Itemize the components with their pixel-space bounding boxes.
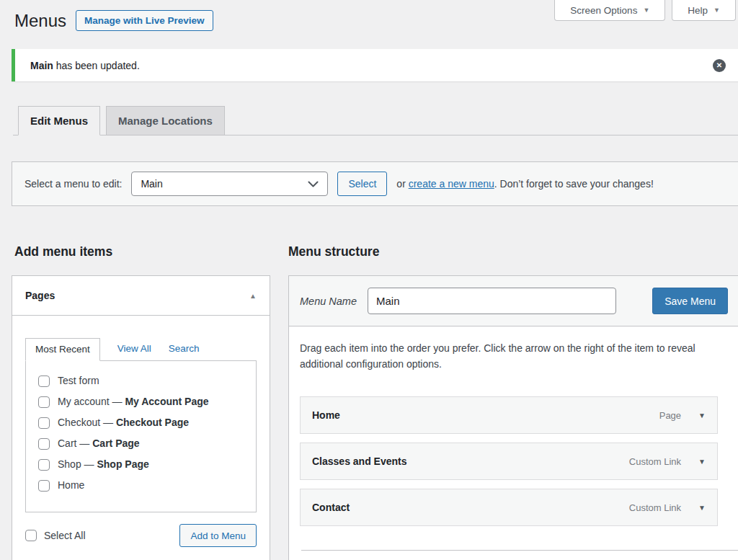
- menu-item-contact[interactable]: Contact Custom Link ▼: [300, 489, 718, 526]
- menu-item-title: Contact: [312, 502, 350, 513]
- tab-most-recent[interactable]: Most Recent: [25, 338, 100, 361]
- page-title: Menus: [14, 11, 66, 31]
- page-label: My account — My Account Page: [58, 394, 209, 409]
- page-label-bold: Checkout Page: [116, 417, 189, 428]
- pages-panel: Pages ▲ Most Recent View All Search Test…: [12, 275, 270, 560]
- pages-quick-tabs: Most Recent View All Search: [25, 338, 257, 360]
- menu-structure-header: Menu Name Save Menu: [289, 276, 738, 326]
- chevron-down-icon: ▼: [643, 6, 649, 14]
- tab-manage-locations[interactable]: Manage Locations: [106, 106, 225, 135]
- menu-items-list: Home Page ▼ Classes and Events Custom Li…: [300, 396, 728, 526]
- pages-panel-body: Most Recent View All Search Test form My…: [12, 316, 270, 547]
- list-item: Cart — Cart Page: [26, 433, 256, 454]
- expand-item-icon[interactable]: ▼: [698, 458, 706, 466]
- help-label: Help: [688, 5, 708, 16]
- page-label: Home: [58, 478, 84, 493]
- page-label-text: Checkout —: [58, 417, 116, 428]
- page-label-text: Test form: [58, 375, 99, 386]
- list-item: Test form: [26, 370, 256, 391]
- save-menu-button[interactable]: Save Menu: [652, 288, 728, 314]
- page-label-text: Home: [58, 479, 84, 491]
- page-header: Menus Manage with Live Preview: [14, 10, 213, 31]
- pages-panel-header[interactable]: Pages ▲: [12, 276, 270, 316]
- notice-text: has been updated.: [53, 60, 140, 71]
- page-label: Checkout — Checkout Page: [58, 415, 189, 430]
- select-button[interactable]: Select: [337, 172, 387, 196]
- page-label-text: Shop —: [58, 458, 97, 470]
- page-label: Test form: [58, 373, 99, 388]
- notice-menu-name: Main: [30, 60, 53, 71]
- page-checkbox[interactable]: [38, 396, 50, 408]
- menu-item-home[interactable]: Home Page ▼: [300, 396, 718, 434]
- page-label-text: My account —: [58, 396, 125, 407]
- list-item: Checkout — Checkout Page: [26, 412, 256, 433]
- menu-select-dropdown[interactable]: Main: [131, 172, 328, 196]
- expand-item-icon[interactable]: ▼: [698, 504, 706, 512]
- menu-item-type: Page: [659, 410, 681, 421]
- page-label-bold: My Account Page: [125, 396, 208, 407]
- pages-panel-title: Pages: [25, 290, 55, 301]
- manage-live-preview-button[interactable]: Manage with Live Preview: [76, 10, 213, 31]
- save-reminder-text: . Don’t forget to save your changes!: [494, 178, 654, 190]
- page-checkbox[interactable]: [38, 417, 50, 429]
- help-button[interactable]: Help ▼: [672, 0, 736, 21]
- add-menu-items-heading: Add menu items: [14, 244, 112, 259]
- screen-options-label: Screen Options: [570, 5, 637, 16]
- select-menu-label: Select a menu to edit:: [25, 178, 122, 190]
- select-all-label: Select All: [44, 530, 86, 541]
- menu-item-title: Classes and Events: [312, 455, 407, 467]
- collapse-panel-icon[interactable]: ▲: [249, 292, 257, 300]
- menu-name-label: Menu Name: [300, 295, 357, 307]
- page-label-text: Cart —: [58, 437, 92, 449]
- page-label: Cart — Cart Page: [58, 436, 140, 451]
- select-all-checkbox[interactable]: [25, 530, 37, 541]
- manage-menus-bar: Select a menu to edit: Main Select or cr…: [12, 161, 738, 206]
- pages-panel-footer: Select All Add to Menu: [25, 524, 257, 547]
- screen-options-button[interactable]: Screen Options ▼: [554, 0, 665, 21]
- notice-message: Main has been updated.: [30, 60, 140, 71]
- pages-checklist: Test form My account — My Account Page C…: [25, 360, 257, 512]
- add-to-menu-button[interactable]: Add to Menu: [179, 524, 257, 547]
- dismiss-notice-icon[interactable]: ✕: [713, 59, 726, 72]
- tab-edit-menus[interactable]: Edit Menus: [18, 106, 100, 135]
- menu-structure-panel: Menu Name Save Menu Drag each item into …: [288, 275, 738, 560]
- update-notice: Main has been updated. ✕: [12, 49, 738, 81]
- create-new-menu-link[interactable]: create a new menu: [409, 178, 494, 190]
- page-label-bold: Cart Page: [92, 437, 139, 449]
- menu-item-title: Home: [312, 409, 340, 421]
- page-checkbox[interactable]: [38, 375, 50, 387]
- menu-name-input[interactable]: [368, 288, 616, 314]
- chevron-down-icon: ▼: [713, 6, 720, 14]
- menu-structure-heading: Menu structure: [288, 244, 379, 259]
- menu-select-value: Main: [141, 178, 162, 190]
- page-checkbox[interactable]: [38, 480, 50, 492]
- create-menu-text: or create a new menu. Don’t forget to sa…: [396, 178, 653, 190]
- page-label-bold: Shop Page: [97, 458, 148, 470]
- tab-search[interactable]: Search: [169, 343, 200, 360]
- list-item: My account — My Account Page: [26, 391, 256, 412]
- list-item: Home: [26, 475, 256, 496]
- or-prefix: or: [396, 178, 408, 190]
- menu-settings-divider: [301, 550, 738, 551]
- expand-item-icon[interactable]: ▼: [698, 412, 706, 419]
- menu-item-type: Custom Link: [629, 456, 681, 467]
- tab-view-all[interactable]: View All: [117, 343, 151, 360]
- nav-tabs: Edit Menus Manage Locations: [13, 106, 738, 135]
- drag-instructions: Drag each item into the order you prefer…: [300, 341, 728, 372]
- menu-structure-body: Drag each item into the order you prefer…: [289, 326, 738, 551]
- list-item: Shop — Shop Page: [26, 454, 256, 475]
- menu-item-type: Custom Link: [629, 502, 681, 513]
- menu-item-classes-and-events[interactable]: Classes and Events Custom Link ▼: [300, 443, 718, 480]
- chevron-down-icon: [308, 181, 319, 187]
- page-checkbox[interactable]: [38, 459, 50, 471]
- page-checkbox[interactable]: [38, 438, 50, 450]
- page-label: Shop — Shop Page: [58, 457, 149, 472]
